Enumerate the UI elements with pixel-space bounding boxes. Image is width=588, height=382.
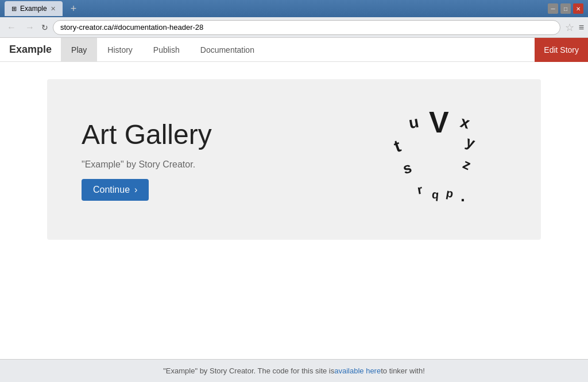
continue-label: Continue: [93, 185, 130, 195]
story-title: Art Gallery: [82, 119, 212, 150]
footer: "Example" by Story Creator. The code for…: [0, 359, 588, 382]
art-letter: p: [445, 186, 454, 201]
art-letter: .: [461, 187, 465, 205]
tab-play[interactable]: Play: [61, 38, 97, 62]
bookmark-button[interactable]: ☆: [565, 21, 574, 34]
continue-button[interactable]: Continue ›: [82, 179, 149, 201]
forward-button[interactable]: →: [23, 21, 37, 34]
browser-tab[interactable]: ⊞ Example ✕: [5, 1, 63, 16]
art-letter: r: [416, 182, 424, 197]
art-letter: z: [461, 156, 474, 173]
continue-arrow-icon: ›: [134, 185, 137, 195]
art-letter: s: [401, 159, 413, 178]
tab-documentation[interactable]: Documentation: [190, 38, 265, 62]
story-info: Art Gallery "Example" by Story Creator. …: [82, 119, 212, 201]
tab-label: Example: [20, 5, 47, 13]
tab-close-icon[interactable]: ✕: [51, 5, 56, 13]
address-bar: ← → ↻ ☆ ≡: [0, 17, 588, 38]
story-subtitle: "Example" by Story Creator.: [82, 159, 212, 170]
art-letter: t: [391, 136, 403, 156]
tab-history[interactable]: History: [97, 38, 143, 62]
edit-story-button[interactable]: Edit Story: [535, 38, 588, 62]
maximize-button[interactable]: □: [560, 3, 571, 14]
url-input[interactable]: [53, 20, 560, 35]
nav-tabs: Example Play History Publish Documentati…: [0, 38, 588, 62]
tab-publish[interactable]: Publish: [143, 38, 190, 62]
footer-text-before: "Example" by Story Creator. The code for…: [163, 367, 334, 375]
browser-menu-button[interactable]: ≡: [579, 22, 583, 33]
window-controls: ─ □ ✕: [548, 3, 583, 14]
back-button[interactable]: ←: [5, 21, 18, 34]
tab-icon: ⊞: [11, 5, 17, 13]
browser-content: Example Play History Publish Documentati…: [0, 38, 588, 382]
art-letter: x: [458, 113, 471, 133]
footer-link[interactable]: available here: [334, 367, 381, 375]
art-letter: y: [463, 132, 477, 152]
minimize-button[interactable]: ─: [548, 3, 558, 14]
art-area: uVxtyzsrqp.: [392, 102, 506, 217]
art-letter: u: [407, 113, 420, 132]
title-bar-left: ⊞ Example ✕ +: [5, 1, 80, 16]
story-card: Art Gallery "Example" by Story Creator. …: [47, 79, 541, 240]
footer-text-after: to tinker with!: [381, 367, 425, 375]
refresh-button[interactable]: ↻: [41, 23, 48, 32]
new-tab-button[interactable]: +: [67, 3, 80, 15]
close-button[interactable]: ✕: [573, 3, 583, 14]
art-letter: V: [429, 105, 449, 139]
title-bar: ⊞ Example ✕ + ─ □ ✕: [0, 0, 588, 17]
site-brand: Example: [0, 44, 61, 56]
content-area: Art Gallery "Example" by Story Creator. …: [0, 62, 588, 359]
art-letter: q: [431, 188, 439, 202]
